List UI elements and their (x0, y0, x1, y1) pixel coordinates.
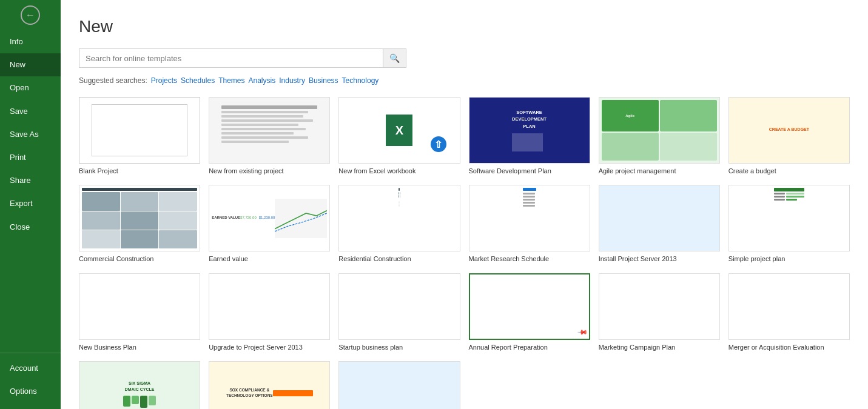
template-market[interactable]: Market Research Schedule (469, 185, 590, 263)
template-budget-thumb: CREATE A BUDGET (728, 97, 850, 164)
suggested-projects[interactable]: Projects (151, 76, 177, 85)
template-install-project-thumb (599, 185, 720, 251)
template-commercial-name: Commercial Construction (79, 254, 200, 263)
template-customer[interactable]: Customer Service (338, 361, 460, 409)
back-button[interactable]: ← (0, 0, 61, 30)
template-sox-thumb: SOX COMPLIANCE &TECHNOLOGY OPTIONS (209, 361, 330, 409)
template-software-dev-name: Software Development Plan (469, 167, 590, 175)
search-input[interactable] (79, 50, 383, 67)
suggested-schedules[interactable]: Schedules (181, 76, 215, 85)
suggested-analysis[interactable]: Analysis (249, 76, 276, 85)
template-blank-name: Blank Project (79, 167, 200, 175)
template-market-thumb (469, 185, 590, 251)
sidebar-nav: Info New Open Save Save As Print Share E… (0, 30, 61, 349)
templates-grid: Blank Project New from existing project (79, 97, 850, 409)
template-blank-thumb (79, 97, 200, 164)
template-startup-name: Startup business plan (338, 343, 460, 351)
template-earned-name: Earned value (209, 254, 330, 263)
sidebar-item-account[interactable]: Account (0, 357, 61, 380)
search-button[interactable]: 🔍 (383, 49, 406, 67)
template-simple[interactable]: Simple project plan (728, 185, 850, 263)
sidebar-item-info[interactable]: Info (0, 30, 61, 53)
template-simple-thumb (728, 185, 850, 251)
sidebar-item-close[interactable]: Close (0, 216, 61, 239)
template-budget[interactable]: CREATE A BUDGET Create a budget (728, 97, 850, 175)
template-startup[interactable]: Startup business plan (338, 273, 460, 351)
template-annual-report-thumb: 📌 (469, 273, 590, 340)
template-business[interactable]: New Business Plan (79, 273, 200, 351)
template-excel-name: New from Excel workbook (338, 167, 460, 175)
template-marketing[interactable]: Marketing Campaign Plan (599, 273, 720, 351)
template-residential[interactable]: Residential Construction (338, 185, 460, 263)
template-sox[interactable]: SOX COMPLIANCE &TECHNOLOGY OPTIONS SOX C… (209, 361, 330, 409)
sidebar-item-options[interactable]: Options (0, 380, 61, 403)
suggested-label: Suggested searches: (79, 76, 147, 85)
template-budget-name: Create a budget (728, 167, 850, 175)
template-merger-name: Merger or Acquisition Evaluation (728, 343, 850, 351)
template-commercial-thumb (79, 185, 200, 251)
sidebar-item-share[interactable]: Share (0, 169, 61, 192)
page-title: New (79, 17, 850, 36)
template-simple-name: Simple project plan (728, 254, 850, 263)
template-excel-thumb: X ⇧ (338, 97, 460, 164)
template-annual-report-name: Annual Report Preparation (469, 343, 590, 351)
template-earned-thumb: EARNED VALUE $7,720.00 $1,230.00 (209, 185, 330, 251)
template-install-project[interactable]: Install Project Server 2013 (599, 185, 720, 263)
template-new-existing[interactable]: New from existing project (209, 97, 330, 175)
sidebar-item-export[interactable]: Export (0, 192, 61, 215)
sidebar: ← Info New Open Save Save As Print Share… (0, 0, 61, 409)
sidebar-item-print[interactable]: Print (0, 146, 61, 169)
template-agile[interactable]: Agile Agile project management (599, 97, 720, 175)
suggested-themes[interactable]: Themes (218, 76, 244, 85)
template-upgrade[interactable]: Upgrade to Project Server 2013 (209, 273, 330, 351)
sidebar-item-save-as[interactable]: Save As (0, 123, 61, 146)
sidebar-bottom: Account Options (0, 357, 61, 409)
template-marketing-name: Marketing Campaign Plan (599, 343, 720, 351)
main-content: New 🔍 Suggested searches: Projects Sched… (61, 0, 868, 409)
template-marketing-thumb (599, 273, 720, 340)
template-upgrade-thumb (209, 273, 330, 340)
template-startup-thumb (338, 273, 460, 340)
template-customer-thumb (338, 361, 460, 409)
pin-icon: 📌 (576, 327, 588, 338)
template-merger[interactable]: Merger or Acquisition Evaluation (728, 273, 850, 351)
template-commercial[interactable]: Commercial Construction (79, 185, 200, 263)
back-circle-icon: ← (21, 5, 40, 25)
template-agile-thumb: Agile (599, 97, 720, 164)
template-business-thumb (79, 273, 200, 340)
sidebar-item-save[interactable]: Save (0, 100, 61, 123)
template-six-sigma-thumb: SIX SIGMA DMAIC CYCLE (79, 361, 200, 409)
suggested-industry[interactable]: Industry (279, 76, 305, 85)
template-excel[interactable]: X ⇧ New from Excel workbook (338, 97, 460, 175)
template-software-dev[interactable]: SOFTWAREDEVELOPMENTPLAN Software Develop… (469, 97, 590, 175)
template-residential-name: Residential Construction (338, 254, 460, 263)
template-upgrade-name: Upgrade to Project Server 2013 (209, 343, 330, 351)
template-annual-report[interactable]: 📌 Annual Report Preparation (469, 273, 590, 351)
sidebar-item-open[interactable]: Open (0, 76, 61, 99)
sidebar-item-new[interactable]: New (0, 53, 61, 76)
template-agile-name: Agile project management (599, 167, 720, 175)
search-bar: 🔍 (79, 48, 406, 68)
template-market-name: Market Research Schedule (469, 254, 590, 263)
template-new-existing-thumb (209, 97, 330, 164)
template-install-project-name: Install Project Server 2013 (599, 254, 720, 263)
template-blank-project[interactable]: Blank Project (79, 97, 200, 175)
suggested-technology[interactable]: Technology (342, 76, 379, 85)
template-merger-thumb (728, 273, 850, 340)
suggested-searches: Suggested searches: Projects Schedules T… (79, 76, 850, 85)
template-software-dev-thumb: SOFTWAREDEVELOPMENTPLAN (469, 97, 590, 164)
template-new-existing-name: New from existing project (209, 167, 330, 175)
template-earned[interactable]: EARNED VALUE $7,720.00 $1,230.00 Earned … (209, 185, 330, 263)
template-six-sigma[interactable]: SIX SIGMA DMAIC CYCLE Six Sigma DMAIC Cy… (79, 361, 200, 409)
suggested-business[interactable]: Business (309, 76, 338, 85)
template-residential-thumb (338, 185, 460, 251)
template-business-name: New Business Plan (79, 343, 200, 351)
